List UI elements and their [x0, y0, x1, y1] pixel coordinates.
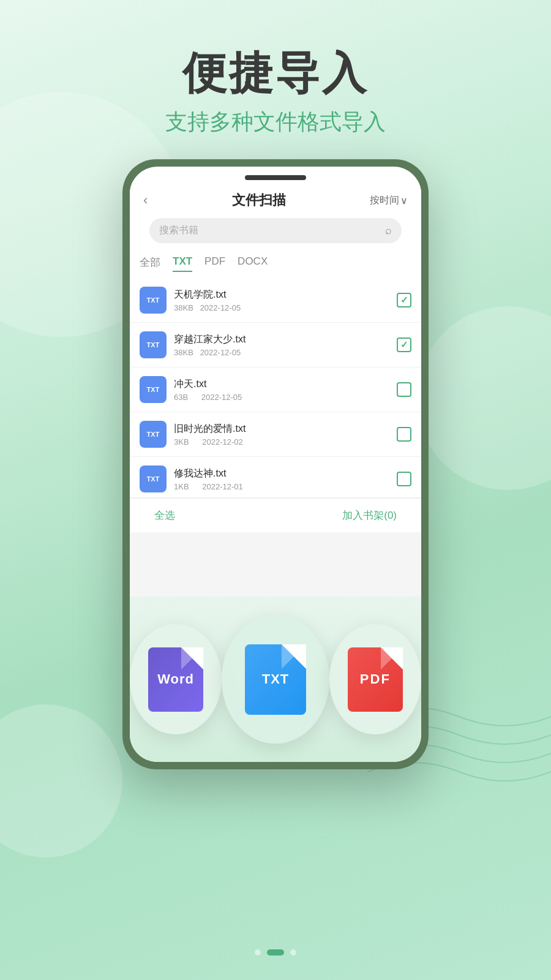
- tab-txt[interactable]: TXT: [173, 255, 192, 272]
- file-type-icon: TXT: [140, 466, 167, 492]
- list-item[interactable]: TXT 旧时光的爱情.txt 3KB 2022-12-02: [130, 412, 421, 457]
- header-section: 便捷导入 支持多种文件格式导入: [0, 0, 551, 137]
- file-meta: 38KB 2022-12-05: [174, 348, 389, 357]
- bg-decoration-3: [0, 704, 122, 858]
- file-info: 修我达神.txt 1KB 2022-12-01: [174, 467, 389, 491]
- list-item[interactable]: TXT 天机学院.txt 38KB 2022-12-05: [130, 278, 421, 323]
- select-all-button[interactable]: 全选: [154, 508, 175, 522]
- pdf-format-bubble[interactable]: PDF: [329, 624, 421, 734]
- list-item[interactable]: TXT 冲天.txt 63B 2022-12-05: [130, 368, 421, 412]
- sub-title: 支持多种文件格式导入: [0, 107, 551, 137]
- file-meta: 63B 2022-12-05: [174, 393, 389, 402]
- file-type-icon: TXT: [140, 331, 167, 358]
- file-name: 穿越江家大少.txt: [174, 333, 389, 346]
- search-placeholder: 搜索书籍: [159, 224, 385, 237]
- back-button[interactable]: ‹: [143, 192, 148, 208]
- page-dots: [255, 949, 296, 956]
- page-dot-3[interactable]: [290, 949, 296, 956]
- file-info: 冲天.txt 63B 2022-12-05: [174, 378, 389, 402]
- sort-chevron-icon: ∨: [400, 195, 408, 206]
- add-to-shelf-button[interactable]: 加入书架(0): [342, 508, 397, 522]
- search-icon: ⌕: [385, 224, 392, 237]
- file-meta: 1KB 2022-12-01: [174, 482, 389, 491]
- filter-tabs: 全部 TXT PDF DOCX: [130, 255, 421, 278]
- word-icon: Word: [148, 647, 203, 712]
- file-checkbox[interactable]: [397, 382, 411, 397]
- phone-mockup: ‹ 文件扫描 按时间 ∨ 搜索书籍 ⌕ 全部: [122, 159, 429, 769]
- tab-all[interactable]: 全部: [140, 255, 160, 272]
- tab-pdf[interactable]: PDF: [204, 255, 225, 272]
- txt-icon: TXT: [245, 644, 306, 715]
- file-checkbox[interactable]: [397, 337, 411, 352]
- sort-label: 按时间: [370, 194, 399, 207]
- phone-outer-frame: ‹ 文件扫描 按时间 ∨ 搜索书籍 ⌕ 全部: [122, 159, 429, 769]
- file-name: 旧时光的爱情.txt: [174, 423, 389, 435]
- pdf-label: PDF: [360, 671, 391, 687]
- main-title: 便捷导入: [0, 49, 551, 97]
- txt-doc-icon: TXT: [245, 644, 306, 715]
- txt-format-bubble[interactable]: TXT: [222, 615, 329, 744]
- word-label: Word: [157, 671, 194, 687]
- file-info: 天机学院.txt 38KB 2022-12-05: [174, 288, 389, 312]
- page-dot-1[interactable]: [255, 949, 261, 956]
- file-type-icon: TXT: [140, 421, 167, 448]
- nav-title: 文件扫描: [232, 191, 286, 209]
- file-checkbox[interactable]: [397, 293, 411, 307]
- word-format-bubble[interactable]: Word: [130, 624, 222, 734]
- file-checkbox[interactable]: [397, 427, 411, 442]
- list-item[interactable]: TXT 修我达神.txt 1KB 2022-12-01: [130, 457, 421, 498]
- search-bar[interactable]: 搜索书籍 ⌕: [149, 218, 402, 243]
- file-name: 天机学院.txt: [174, 288, 389, 301]
- file-type-icon: TXT: [140, 287, 167, 314]
- phone-screen: ‹ 文件扫描 按时间 ∨ 搜索书籍 ⌕ 全部: [130, 167, 421, 762]
- phone-notch: [245, 175, 306, 180]
- file-info: 旧时光的爱情.txt 3KB 2022-12-02: [174, 423, 389, 447]
- file-meta: 3KB 2022-12-02: [174, 437, 389, 447]
- list-item[interactable]: TXT 穿越江家大少.txt 38KB 2022-12-05: [130, 323, 421, 368]
- file-checkbox[interactable]: [397, 472, 411, 486]
- pdf-icon: PDF: [348, 647, 403, 712]
- page-dot-2[interactable]: [267, 949, 284, 956]
- txt-label: TXT: [262, 671, 290, 687]
- file-type-icon: TXT: [140, 376, 167, 403]
- app-content: ‹ 文件扫描 按时间 ∨ 搜索书籍 ⌕ 全部: [130, 180, 421, 597]
- file-name: 冲天.txt: [174, 378, 389, 391]
- file-name: 修我达神.txt: [174, 467, 389, 480]
- file-info: 穿越江家大少.txt 38KB 2022-12-05: [174, 333, 389, 357]
- file-meta: 38KB 2022-12-05: [174, 303, 389, 312]
- pdf-doc-icon: PDF: [348, 647, 403, 712]
- nav-bar: ‹ 文件扫描 按时间 ∨: [130, 180, 421, 218]
- format-bubbles-section: Word TXT PDF: [130, 597, 421, 762]
- sort-button[interactable]: 按时间 ∨: [370, 194, 408, 207]
- word-doc-icon: Word: [148, 647, 203, 712]
- bottom-bar: 全选 加入书架(0): [130, 498, 421, 532]
- bg-decoration-2: [416, 306, 551, 490]
- file-list: TXT 天机学院.txt 38KB 2022-12-05 TXT 穿越江家大少.…: [130, 278, 421, 498]
- tab-docx[interactable]: DOCX: [238, 255, 268, 272]
